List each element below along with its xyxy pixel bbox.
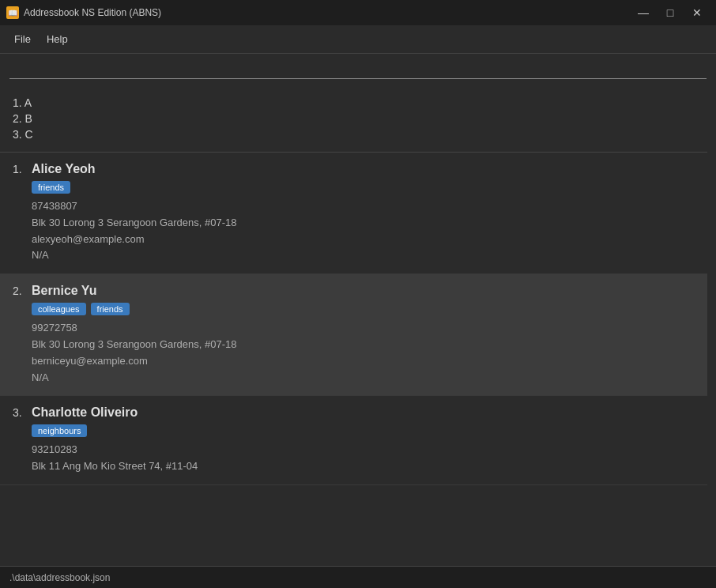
- title-bar: 📖 Addressbook NS Edition (ABNS) — □ ✕: [0, 0, 716, 25]
- contact-name-3: Charlotte Oliveiro: [32, 405, 138, 420]
- contact-name-row-2: 2. Bernice Yu: [13, 284, 695, 298]
- index-section: 1. A 2. B 3. C: [0, 85, 707, 153]
- index-item-c[interactable]: 3. C: [13, 126, 695, 142]
- minimize-button[interactable]: —: [631, 3, 656, 22]
- index-panel: 1. A 2. B 3. C 1. Alice Yeoh friends 874…: [0, 85, 707, 566]
- app-icon: 📖: [6, 6, 19, 19]
- menu-file[interactable]: File: [6, 30, 39, 48]
- tag-friends-2: friends: [91, 303, 130, 315]
- contact-number-2: 2.: [13, 285, 28, 297]
- close-button[interactable]: ✕: [684, 3, 710, 22]
- index-item-a[interactable]: 1. A: [13, 95, 695, 111]
- main-content: 1. A 2. B 3. C 1. Alice Yeoh friends 874…: [0, 85, 716, 566]
- contact-name-2: Bernice Yu: [32, 284, 96, 298]
- menu-help[interactable]: Help: [39, 30, 76, 48]
- contacts-list[interactable]: 1. Alice Yeoh friends 87438807 Blk 30 Lo…: [0, 153, 707, 566]
- contact-name-1: Alice Yeoh: [32, 162, 96, 176]
- tag-neighbours-3: neighbours: [32, 424, 87, 437]
- tag-friends-1: friends: [32, 181, 70, 194]
- contact-card-1[interactable]: 1. Alice Yeoh friends 87438807 Blk 30 Lo…: [0, 153, 707, 274]
- contact-name-row-1: 1. Alice Yeoh: [13, 162, 695, 176]
- contact-detail-1: 87438807 Blk 30 Lorong 3 Serangoon Garde…: [32, 198, 695, 264]
- search-input[interactable]: [9, 60, 707, 79]
- menu-bar: File Help: [0, 25, 716, 54]
- tag-colleagues-2: colleagues: [32, 303, 86, 315]
- toolbar: [0, 54, 716, 85]
- contact-card-3[interactable]: 3. Charlotte Oliveiro neighbours 9321028…: [0, 396, 707, 485]
- contact-number-1: 1.: [13, 163, 28, 175]
- contact-card-2[interactable]: 2. Bernice Yu colleagues friends 9927275…: [0, 274, 707, 396]
- maximize-button[interactable]: □: [658, 3, 683, 22]
- contact-detail-3: 93210283 Blk 11 Ang Mo Kio Street 74, #1…: [32, 442, 695, 475]
- window-controls: — □ ✕: [631, 3, 710, 22]
- status-path: .\data\addressbook.json: [9, 572, 110, 583]
- window-title: Addressbook NS Edition (ABNS): [24, 7, 161, 18]
- status-bar: .\data\addressbook.json: [0, 566, 716, 588]
- index-item-b[interactable]: 2. B: [13, 111, 695, 126]
- tags-row-3: neighbours: [32, 424, 695, 437]
- title-bar-left: 📖 Addressbook NS Edition (ABNS): [6, 6, 161, 19]
- contact-detail-2: 99272758 Blk 30 Lorong 3 Serangoon Garde…: [32, 320, 695, 386]
- tags-row-2: colleagues friends: [32, 303, 695, 315]
- contact-name-row-3: 3. Charlotte Oliveiro: [13, 405, 695, 420]
- contact-number-3: 3.: [13, 406, 28, 419]
- tags-row-1: friends: [32, 181, 695, 194]
